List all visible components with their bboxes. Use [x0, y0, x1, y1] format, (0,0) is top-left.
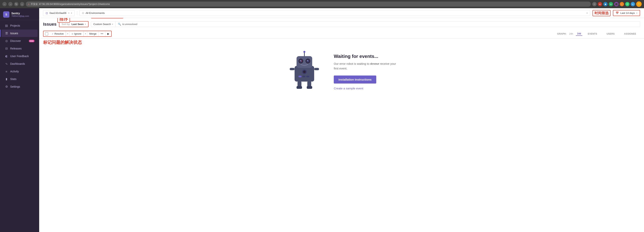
- top-bar: ⊡ 0aa132c0aa56 ✕ ▾ ⊡ All Environments ▾ …: [39, 8, 644, 18]
- security-label: 不安全: [31, 2, 38, 6]
- desc-before: Our error robot is waiting to: [334, 62, 370, 65]
- sort-control[interactable]: 排序 Sort by: Last Seen ▾: [59, 21, 88, 27]
- custom-search-label: Custom Search: [94, 23, 111, 26]
- svg-rect-15: [296, 86, 302, 89]
- home-button[interactable]: ⌂: [20, 2, 24, 6]
- graph-tab-24h[interactable]: 24h: [568, 32, 574, 36]
- project-name: 0aa132c0aa56: [50, 11, 66, 14]
- more-button[interactable]: •••: [99, 31, 106, 36]
- sentry-icon: ●: [598, 2, 602, 6]
- sidebar-label-stats: Stats: [10, 77, 16, 81]
- sidebar-label-issues: Issues: [10, 32, 18, 35]
- sidebar-item-discover[interactable]: ◎ Discover new: [2, 37, 38, 45]
- sort-annotation: 排序: [58, 18, 70, 23]
- releases-icon: ⊟: [5, 47, 8, 50]
- project-caret-icon[interactable]: ▾: [71, 12, 72, 14]
- settings-icon: ⚙: [5, 85, 8, 88]
- org-info: Sentry 7685413@qq.com: [11, 12, 29, 17]
- project-icon: ⊡: [46, 11, 48, 15]
- issues-icon: ☰: [5, 31, 8, 35]
- resolve-button[interactable]: ✓ Resolve: [50, 31, 66, 36]
- sidebar-item-releases[interactable]: ⊟ Releases: [2, 45, 38, 52]
- url-text: 47.56.150.64:9000/organizations/sentry/i…: [39, 3, 110, 5]
- graph-tab-14d[interactable]: 14d: [576, 32, 582, 36]
- ext-icon-5: ☑: [625, 2, 630, 6]
- project-selector[interactable]: ⊡ 0aa132c0aa56 ✕ ▾: [43, 10, 74, 16]
- check-icon: ✓: [52, 32, 54, 35]
- back-button[interactable]: ←: [2, 2, 7, 6]
- sidebar-item-projects[interactable]: ▤ Projects: [2, 22, 38, 29]
- sidebar-item-settings[interactable]: ⚙ Settings: [2, 83, 38, 90]
- time-caret-icon[interactable]: ▾: [636, 12, 637, 14]
- actions-bar: ✓ Resolve ▾ ⊘ Ignore ▾ Merge •••: [39, 29, 644, 38]
- new-badge: new: [29, 40, 34, 42]
- svg-point-10: [301, 61, 302, 61]
- activity-icon: ≡: [5, 70, 8, 73]
- time-selector[interactable]: 📅 Last 14 days ▾: [613, 10, 640, 16]
- sidebar-label-settings: Settings: [10, 85, 20, 88]
- sidebar-item-activity[interactable]: ≡ Activity: [2, 68, 38, 75]
- svg-point-18: [303, 70, 306, 73]
- sort-label: Sort by:: [62, 23, 70, 26]
- time-label: Last 14 days: [620, 11, 635, 14]
- merge-label: Merge: [89, 32, 96, 35]
- svg-rect-12: [314, 68, 319, 70]
- resolve-caret-button[interactable]: ▾: [66, 31, 70, 36]
- sidebar-item-user-feedback[interactable]: ◐ User Feedback: [2, 52, 38, 60]
- ext-icon-6: ♦: [631, 2, 635, 6]
- search-input[interactable]: 🔍 is:unresolved 自定义搜索，例如说：未解决的: [116, 21, 640, 27]
- sort-caret-icon[interactable]: ▾: [85, 23, 86, 25]
- ext-icon-4: |: [620, 2, 624, 6]
- star-icon[interactable]: ☆: [592, 2, 596, 6]
- play-button[interactable]: ▶: [105, 31, 111, 36]
- env-selector[interactable]: ⊡ All Environments ▾: [80, 10, 590, 16]
- ignore-caret-button[interactable]: ▾: [84, 31, 87, 36]
- sidebar-label-discover: Discover: [10, 39, 21, 42]
- col-events: EVENTS: [584, 32, 601, 35]
- forward-button[interactable]: →: [8, 2, 12, 6]
- org-email: 7685413@qq.com: [11, 15, 29, 17]
- svg-point-3: [304, 51, 305, 53]
- sort-value: Last Seen: [72, 23, 84, 26]
- svg-rect-19: [298, 76, 302, 77]
- svg-rect-11: [290, 68, 294, 70]
- org-avatar: S: [3, 11, 10, 17]
- custom-search-caret-icon[interactable]: ▾: [112, 23, 113, 25]
- ignore-button[interactable]: ⊘ Ignore: [70, 31, 84, 36]
- app-layout: S Sentry 7685413@qq.com ▤ Projects ☰ Iss…: [0, 8, 644, 232]
- org-name: Sentry: [11, 12, 29, 15]
- browser-chrome: ← → ↻ ⌂ ⚠ 不安全 47.56.150.64:9000/organiza…: [0, 0, 644, 8]
- custom-search-button[interactable]: Custom Search ▾: [91, 21, 116, 27]
- merge-button[interactable]: Merge: [87, 31, 99, 36]
- sidebar-item-stats[interactable]: ▮ Stats: [2, 75, 38, 83]
- search-icon: 🔍: [118, 23, 121, 26]
- sidebar-label-dashboards: Dashboards: [10, 62, 25, 65]
- time-annotation-box: 时间筛选: [592, 10, 610, 16]
- sidebar-label-user-feedback: User Feedback: [10, 55, 29, 58]
- reload-button[interactable]: ↻: [14, 2, 18, 6]
- user-avatar: 😊: [636, 1, 642, 7]
- action-annotation: 标记问题的解决状态: [43, 39, 82, 45]
- select-all-checkbox[interactable]: [45, 32, 48, 35]
- env-caret-icon[interactable]: ▾: [586, 12, 588, 14]
- resolve-label: Resolve: [54, 32, 64, 35]
- sidebar-nav: ▤ Projects ☰ Issues ◎ Discover new ⊟ Rel…: [0, 20, 39, 232]
- empty-content: Waiting for events... Our error robot is…: [334, 54, 396, 90]
- address-bar[interactable]: ⚠ 不安全 47.56.150.64:9000/organizations/se…: [26, 1, 591, 7]
- create-sample-event-link[interactable]: Create a sample event: [334, 87, 363, 90]
- stats-icon: ▮: [5, 77, 8, 81]
- user-feedback-icon: ◐: [5, 54, 8, 58]
- empty-description: Our error robot is waiting to devour rec…: [334, 61, 396, 71]
- time-annotation-text: 时间筛选: [594, 11, 608, 15]
- search-value: is:unresolved: [122, 23, 137, 26]
- install-instructions-button[interactable]: Installation Instructions: [334, 75, 376, 83]
- page-title: Issues: [43, 22, 56, 27]
- sidebar-item-issues[interactable]: ☰ Issues: [2, 29, 38, 37]
- play-icon: ▶: [107, 32, 109, 35]
- sidebar-item-dashboards[interactable]: ∿ Dashboards: [2, 60, 38, 67]
- project-close-icon[interactable]: ✕: [68, 12, 70, 14]
- discover-icon: ◎: [5, 39, 8, 43]
- time-calendar-icon: 📅: [616, 11, 619, 14]
- custom-search-annotation: Custom Search: [91, 18, 124, 18]
- sidebar-header: S Sentry 7685413@qq.com: [0, 8, 39, 20]
